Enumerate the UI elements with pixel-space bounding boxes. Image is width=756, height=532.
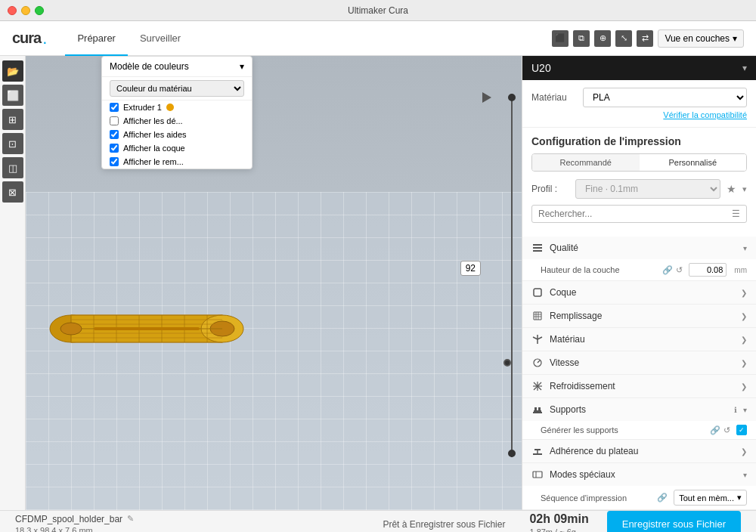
extruder1-checkbox[interactable]: [110, 103, 119, 112]
filename: CFDMP_spool_holder_bar: [15, 514, 122, 524]
chevron-down-icon: ▾: [733, 33, 737, 44]
tab-custom[interactable]: Personnalisé: [640, 154, 747, 171]
minimize-button[interactable]: [21, 6, 30, 15]
materiau-chevron-icon: ❯: [741, 336, 747, 344]
cube-tool-icon[interactable]: ⬛: [552, 30, 569, 47]
group-modes-header[interactable]: Modes spéciaux ▾: [522, 463, 756, 486]
panel-chevron-icon[interactable]: ▾: [742, 63, 747, 73]
group-supports-header[interactable]: Supports ℹ ▾: [522, 398, 756, 421]
edit-filename-icon[interactable]: ✎: [127, 514, 134, 524]
group-materiau: Matériau ❯: [522, 328, 756, 351]
tab-recommended[interactable]: Recommandé: [532, 154, 640, 171]
layer-value: 92: [460, 261, 481, 276]
profile-chevron-icon[interactable]: ▾: [742, 184, 747, 194]
copy-tool-icon[interactable]: ⧉: [573, 30, 590, 47]
titlebar: Ultimaker Cura: [0, 0, 756, 21]
group-refroidissement-label: Refroidissement: [550, 381, 735, 391]
config-section: Configuration de l'impression Recommandé…: [522, 128, 756, 237]
svg-rect-18: [94, 327, 200, 330]
sequence-dropdown[interactable]: Tout en mèm... ▾: [674, 490, 747, 506]
supports-undo-icon[interactable]: ↺: [723, 425, 730, 435]
color-material-select[interactable]: Couleur du matériau: [110, 80, 244, 97]
compatibility-link[interactable]: Vérifier la compatibilité: [531, 110, 747, 119]
view-dropdown[interactable]: Vue en couches ▾: [658, 29, 744, 48]
save-button[interactable]: Enregistrer sous Fichier: [607, 511, 741, 532]
group-refroidissement-header[interactable]: Refroidissement ❯: [522, 375, 756, 397]
open-file-button[interactable]: 📂: [2, 60, 23, 82]
group-qualite-header[interactable]: Qualité ▾: [522, 237, 756, 259]
svg-rect-36: [534, 410, 541, 412]
show-infill-item[interactable]: Afficher le rem...: [102, 155, 252, 169]
material-select[interactable]: PLA: [583, 88, 747, 107]
mirror-tool-icon[interactable]: ⇄: [637, 30, 653, 47]
printer-title: U20: [531, 62, 551, 74]
search-input[interactable]: [538, 209, 732, 219]
model-dimensions: 18.3 x 98.4 x 7.6 mm: [15, 526, 134, 533]
scale-tool-icon[interactable]: ⤡: [615, 30, 632, 47]
svg-rect-22: [534, 289, 541, 296]
adherence-icon: [531, 445, 544, 457]
close-button[interactable]: [8, 6, 17, 15]
show-details-item[interactable]: Afficher les dé...: [102, 114, 252, 128]
tab-prepare[interactable]: Préparer: [65, 21, 128, 56]
tool-1-button[interactable]: ⬜: [2, 85, 23, 106]
svg-rect-37: [534, 407, 537, 410]
show-helpers-item[interactable]: Afficher les aides: [102, 128, 252, 141]
layer-height-icons: 🔗 ↺: [662, 265, 683, 275]
tool-2-button[interactable]: ⊞: [2, 109, 23, 130]
supports-chevron-icon: ▾: [743, 406, 747, 414]
filename-row: CFDMP_spool_holder_bar ✎: [15, 514, 134, 524]
link-icon[interactable]: 🔗: [662, 265, 673, 275]
profile-select[interactable]: Fine · 0.1mm: [575, 179, 720, 199]
settings-list: Qualité ▾ Hauteur de la couche 🔗 ↺ mm: [522, 237, 756, 510]
group-qualite: Qualité ▾ Hauteur de la couche 🔗 ↺ mm: [522, 237, 756, 281]
chevron-down-icon[interactable]: ▾: [240, 61, 244, 72]
show-helpers-checkbox[interactable]: [110, 130, 119, 139]
maximize-button[interactable]: [35, 6, 44, 15]
group-supports: Supports ℹ ▾ Générer les supports 🔗 ↺ ✓: [522, 398, 756, 440]
group-adherence-header[interactable]: Adhérence du plateau ❯: [522, 440, 756, 462]
adherence-chevron-icon: ❯: [741, 447, 747, 456]
modes-chevron-icon: ▾: [743, 471, 747, 479]
show-details-checkbox[interactable]: [110, 116, 119, 125]
group-materiau-header[interactable]: Matériau ❯: [522, 328, 756, 351]
show-shell-item[interactable]: Afficher la coque: [102, 141, 252, 155]
play-button[interactable]: [482, 92, 491, 103]
sequence-link-icon[interactable]: 🔗: [657, 493, 668, 503]
group-remplissage-label: Remplissage: [550, 311, 735, 321]
group-vitesse-header[interactable]: Vitesse ❯: [522, 351, 756, 374]
material-label: Matériau: [531, 92, 577, 103]
coque-chevron-icon: ❯: [741, 289, 747, 297]
window-controls[interactable]: [8, 6, 44, 15]
group-materiau-label: Matériau: [550, 334, 735, 345]
color-material-row: Couleur du matériau: [102, 77, 252, 101]
layer-height-input[interactable]: [689, 263, 727, 277]
undo-icon[interactable]: ↺: [676, 265, 683, 275]
svg-rect-40: [533, 453, 542, 455]
viewport[interactable]: Modèle de couleurs ▾ Couleur du matériau…: [26, 56, 522, 510]
sequence-label: Séquence d'impression: [541, 493, 651, 503]
tab-monitor[interactable]: Surveiller: [128, 21, 193, 56]
show-shell-checkbox[interactable]: [110, 144, 119, 153]
slider-bottom-dot: [508, 450, 516, 457]
group-coque-header[interactable]: Coque ❯: [522, 281, 756, 304]
generate-supports-checkbox[interactable]: ✓: [736, 425, 747, 435]
remplissage-chevron-icon: ❯: [741, 312, 747, 320]
group-remplissage-header[interactable]: Remplissage ❯: [522, 305, 756, 327]
svg-point-17: [60, 323, 82, 335]
supports-info-icon[interactable]: ℹ: [734, 406, 737, 414]
slider-top-dot: [508, 94, 516, 101]
tool-4-button[interactable]: ◫: [2, 157, 23, 178]
layers-icon: [531, 242, 544, 254]
move-tool-icon[interactable]: ⊕: [594, 30, 611, 47]
tool-3-button[interactable]: ⊡: [2, 133, 23, 154]
tool-5-button[interactable]: ⊠: [2, 181, 23, 203]
supports-link-icon[interactable]: 🔗: [710, 425, 720, 435]
show-infill-checkbox[interactable]: [110, 157, 119, 166]
extruder1-item[interactable]: Extruder 1: [102, 101, 252, 114]
profile-star-icon[interactable]: ★: [727, 183, 736, 195]
slider-thumb[interactable]: [503, 359, 511, 367]
modes-icon: [531, 469, 544, 481]
supports-icon: [531, 404, 544, 416]
display-dropdown: Modèle de couleurs ▾ Couleur du matériau…: [101, 56, 253, 169]
